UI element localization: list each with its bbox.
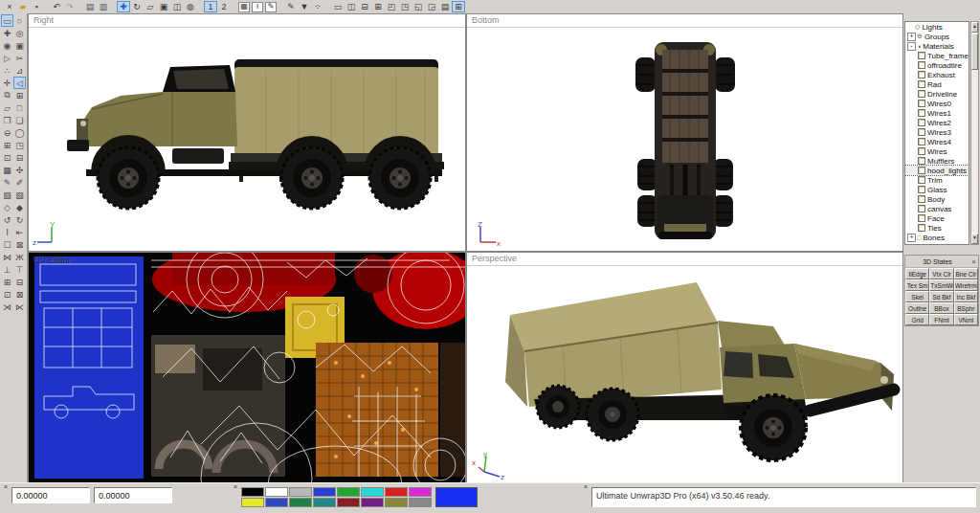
tree-item-body[interactable]: Body — [905, 194, 969, 204]
sphere-map-icon[interactable]: ◍ — [184, 1, 197, 12]
tree-item-materials[interactable]: -◑Materials — [905, 41, 969, 51]
state-button-grid[interactable]: Grid — [905, 314, 929, 325]
state-button-vnml[interactable]: VNml — [954, 314, 978, 325]
state-button-txsmwr[interactable]: TxSmWr — [929, 279, 953, 291]
select-lasso-tool-icon[interactable]: ○ — [13, 14, 26, 27]
move-tool-icon[interactable]: ✚ — [117, 1, 130, 12]
viewport-bottom-canvas[interactable]: Z x — [467, 27, 902, 251]
viewport-uv-canvas[interactable] — [29, 253, 465, 482]
layout-right-large-icon[interactable]: ◳ — [398, 1, 412, 12]
split-tool-icon[interactable]: ⋉ — [13, 301, 26, 313]
scrollbar-thumb[interactable] — [971, 33, 978, 70]
open-file-icon[interactable]: ▰ — [16, 1, 30, 12]
tree-item-offroadtire[interactable]: offroadtire — [905, 60, 969, 70]
palette-panel-grip[interactable]: × — [232, 483, 239, 490]
rotate-cw-tool-icon[interactable]: ↻ — [13, 213, 26, 226]
draw-tool-icon[interactable]: ✎ — [1, 176, 13, 189]
state-button-bbox[interactable]: BBox — [929, 302, 953, 314]
scroll-up-icon[interactable]: ▲ — [971, 22, 978, 33]
scene-tree-scrollbar[interactable]: ▲ ▼ — [970, 21, 979, 245]
tree-item-bones[interactable]: +□Bones — [905, 233, 969, 242]
tree-item-rad[interactable]: Rad — [905, 79, 969, 89]
cut-tool-icon[interactable]: ✂ — [13, 52, 26, 64]
fill-tool-icon[interactable]: ▼ — [298, 1, 311, 12]
palette-swatch[interactable] — [361, 498, 384, 507]
viewport-right-canvas[interactable]: Y z — [29, 27, 465, 251]
grid-tool-icon[interactable]: ⊞ — [13, 89, 26, 101]
solid-diamond-tool-icon[interactable]: ◆ — [13, 201, 26, 213]
merge-tool-icon[interactable]: ⊟ — [13, 276, 26, 288]
scroll-down-icon[interactable]: ▼ — [971, 234, 978, 244]
layout-bottom-large-icon[interactable]: ◱ — [412, 1, 425, 12]
tree-item-face[interactable]: Face — [905, 213, 969, 223]
viewport-perspective-canvas[interactable]: y x z — [467, 265, 902, 482]
align-corner-tool-icon[interactable]: ◳ — [13, 139, 26, 151]
uv-channel-1-icon[interactable]: 1 — [204, 1, 217, 12]
weld-tool-icon[interactable]: ⊖ — [1, 126, 13, 139]
state-button-outlne[interactable]: Outlne — [905, 302, 929, 314]
pack-tool-icon[interactable]: ⊞ — [1, 139, 13, 151]
layout-quad-icon[interactable]: ⊞ — [371, 1, 385, 12]
palette-swatch[interactable] — [289, 487, 312, 497]
palette-swatch[interactable] — [265, 487, 288, 497]
state-button-inc-bkf[interactable]: Inc Bkf — [954, 291, 978, 302]
palette-swatch[interactable] — [337, 498, 360, 507]
copy-island-tool-icon[interactable]: ❐ — [1, 114, 13, 126]
delete-icon[interactable]: × — [3, 1, 16, 12]
state-button-bsphr[interactable]: BSphr — [954, 302, 978, 314]
state-button-vtx-clr[interactable]: Vtx Clr — [929, 268, 953, 279]
layout-two-horizontal-icon[interactable]: ⊟ — [358, 1, 371, 12]
align-left-tool-icon[interactable]: ⇤ — [13, 226, 26, 238]
skew-tool-icon[interactable]: ▱ — [1, 101, 13, 114]
tree-item-trim[interactable]: Trim — [905, 175, 969, 185]
pin-tool-icon[interactable]: ⊡ — [1, 151, 13, 164]
palette-swatch[interactable] — [289, 498, 312, 507]
scale-tool-icon[interactable]: □ — [13, 101, 26, 114]
uv-channel-2-icon[interactable]: 2 — [217, 1, 231, 12]
palette-swatch[interactable] — [361, 487, 384, 497]
tree-item-hood_lights[interactable]: hood_lights — [905, 166, 969, 175]
stitch-tool-icon[interactable]: ⋊ — [1, 301, 13, 313]
box-map-icon[interactable]: ▣ — [157, 1, 170, 12]
sketch-tool-icon[interactable]: ✐ — [13, 176, 26, 189]
snap-tool-icon[interactable]: ✛ — [1, 77, 13, 89]
delete-face-tool-icon[interactable]: ⊠ — [13, 238, 26, 251]
spray-tool-icon[interactable]: ⁘ — [311, 1, 324, 12]
align-bottom-tool-icon[interactable]: ⊥ — [1, 263, 13, 276]
tree-item-canvas[interactable]: canvas — [905, 204, 969, 213]
cylinder-map-icon[interactable]: ◫ — [170, 1, 184, 12]
align-top-tool-icon[interactable]: ⊤ — [13, 263, 26, 276]
tree-item-wires4[interactable]: Wires4 — [905, 137, 969, 146]
tree-item-wires[interactable]: Wires — [905, 146, 969, 156]
tree-item-wires1[interactable]: Wires1 — [905, 108, 969, 118]
layout-three-rows-icon[interactable]: ▤ — [438, 1, 452, 12]
copy-uvs-icon[interactable]: ▤ — [83, 1, 97, 12]
rotate-ccw-tool-icon[interactable]: ↺ — [1, 213, 13, 226]
palette-swatch[interactable] — [313, 487, 336, 497]
select-rect-tool-icon[interactable]: ▭ — [1, 14, 13, 27]
relax-tool-icon[interactable]: ⊟ — [13, 151, 26, 164]
state-button-skel[interactable]: Skel — [905, 291, 929, 302]
state-button-wirefrme[interactable]: Wirefrme — [954, 279, 978, 291]
tessellate-tool-icon[interactable]: ▦ — [1, 164, 13, 176]
pan-tool-icon[interactable]: ✚ — [1, 27, 13, 39]
close-icon[interactable]: × — [969, 258, 978, 265]
current-color-swatch[interactable] — [435, 487, 478, 507]
layout-single-icon[interactable]: ▭ — [331, 1, 345, 12]
rotate-tool-icon[interactable]: ↻ — [130, 1, 144, 12]
stack-islands-tool-icon[interactable]: ⧉ — [1, 89, 13, 101]
palette-swatch[interactable] — [385, 487, 408, 497]
tree-item-wires0[interactable]: Wires0 — [905, 99, 969, 108]
tree-item-mufflers[interactable]: Mufflers — [905, 156, 969, 166]
palette-swatch[interactable] — [241, 487, 264, 497]
palette-swatch[interactable] — [241, 498, 264, 507]
flip-v-tool-icon[interactable]: Ж — [13, 251, 26, 263]
bounds-tool-icon[interactable]: ☐ — [1, 238, 13, 251]
tree-expander-icon[interactable]: + — [907, 33, 916, 41]
paste-island-tool-icon[interactable]: ❏ — [13, 114, 26, 126]
text-tool-icon[interactable]: I — [252, 2, 263, 12]
palette-swatch[interactable] — [313, 498, 336, 507]
flip-h-tool-icon[interactable]: ⋈ — [1, 251, 13, 263]
zoom-tool-icon[interactable]: ◎ — [13, 27, 26, 39]
tree-item-tube_frame[interactable]: Tube_frame — [905, 51, 969, 60]
